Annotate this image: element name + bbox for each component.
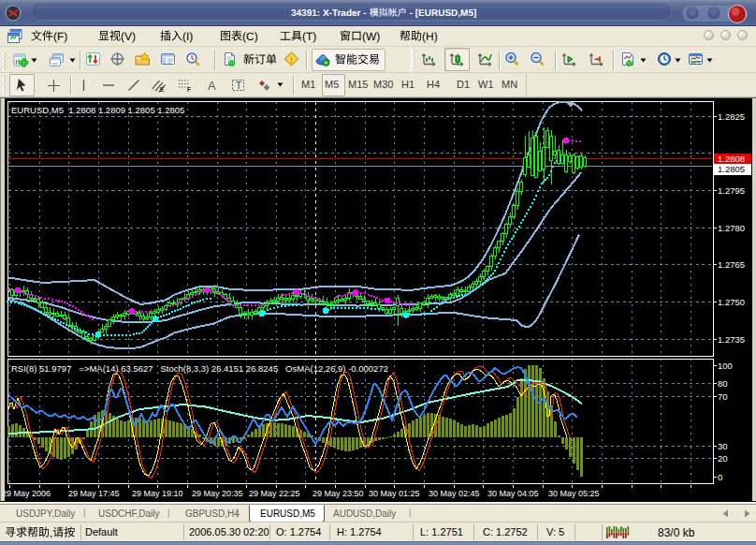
svg-text:30 May 04:05: 30 May 04:05 [487, 489, 539, 498]
svg-text:RSI(8) 51.9797 =>MA(14) 63.5: RSI(8) 51.9797 =>MA(14) 63.5627 Stoch(8,… [11, 363, 388, 374]
svg-text:29 May 20:35: 29 May 20:35 [192, 489, 243, 498]
svg-text:(F): (F) [53, 30, 67, 43]
svg-text:30 May 05:25: 30 May 05:25 [548, 489, 600, 498]
svg-text:E: E [160, 86, 165, 93]
svg-text:- [EURUSD,M5]: - [EURUSD,M5] [407, 8, 476, 19]
svg-text:F: F [187, 86, 191, 93]
svg-text:,: , [50, 526, 52, 539]
svg-text:29 May 22:25: 29 May 22:25 [249, 489, 300, 498]
svg-text:1.2825: 1.2825 [718, 111, 745, 122]
svg-text:1.2805: 1.2805 [718, 164, 745, 174]
svg-text:(H): (H) [422, 30, 438, 43]
svg-text:(W): (W) [362, 30, 380, 43]
svg-text:30: 30 [718, 441, 728, 451]
svg-text:29 May 23:50: 29 May 23:50 [313, 489, 364, 498]
svg-text:34391: X-Trader -: 34391: X-Trader - [291, 8, 369, 19]
svg-text:30 May 02:45: 30 May 02:45 [429, 489, 480, 498]
svg-text:EURUSD,M5 1.2808 1.2809 1.280: EURUSD,M5 1.2808 1.2809 1.2805 1.2805 [11, 105, 184, 115]
svg-text:(T): (T) [302, 30, 316, 43]
svg-text:29 May 19:10: 29 May 19:10 [132, 489, 183, 498]
svg-text:1.2750: 1.2750 [718, 297, 745, 307]
svg-text:80: 80 [718, 378, 728, 389]
svg-text:1.2735: 1.2735 [718, 334, 745, 345]
svg-text:1.2780: 1.2780 [718, 223, 745, 233]
svg-text:1.2808: 1.2808 [718, 154, 745, 164]
svg-text:70: 70 [718, 391, 728, 402]
svg-text:0: 0 [718, 472, 722, 482]
svg-text:A: A [208, 79, 216, 93]
svg-text:T: T [236, 81, 241, 91]
svg-text:1.2795: 1.2795 [718, 185, 745, 196]
svg-text:(C): (C) [242, 30, 258, 43]
svg-text:29 May 17:45: 29 May 17:45 [68, 489, 120, 498]
svg-text:1.2765: 1.2765 [718, 259, 745, 270]
svg-text:20: 20 [718, 453, 728, 464]
svg-text:100: 100 [718, 361, 733, 371]
svg-text:(I): (I) [182, 30, 193, 43]
svg-text:30 May 01:25: 30 May 01:25 [369, 489, 420, 498]
svg-text:(V): (V) [121, 30, 136, 43]
svg-text:29 May 2006: 29 May 2006 [2, 489, 51, 498]
